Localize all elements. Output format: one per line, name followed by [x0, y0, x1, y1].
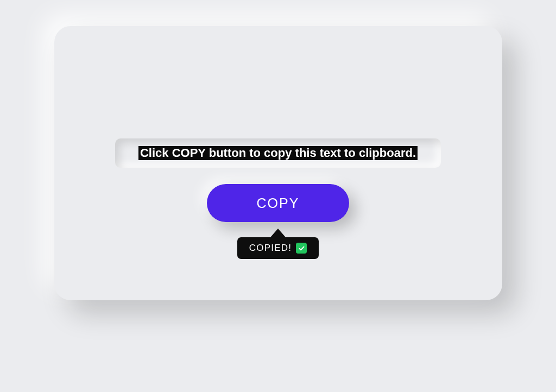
tooltip-box: COPIED!: [237, 237, 319, 259]
checkmark-icon: [296, 243, 307, 254]
tooltip-arrow-icon: [270, 229, 286, 237]
clipboard-source-well[interactable]: Click COPY button to copy this text to c…: [115, 138, 441, 168]
card-container: Click COPY button to copy this text to c…: [54, 26, 502, 300]
copied-tooltip: COPIED!: [237, 229, 319, 259]
tooltip-label: COPIED!: [249, 243, 292, 254]
copy-button[interactable]: COPY: [207, 184, 349, 222]
copy-button-label: COPY: [257, 195, 300, 211]
clipboard-source-text: Click COPY button to copy this text to c…: [138, 146, 418, 160]
